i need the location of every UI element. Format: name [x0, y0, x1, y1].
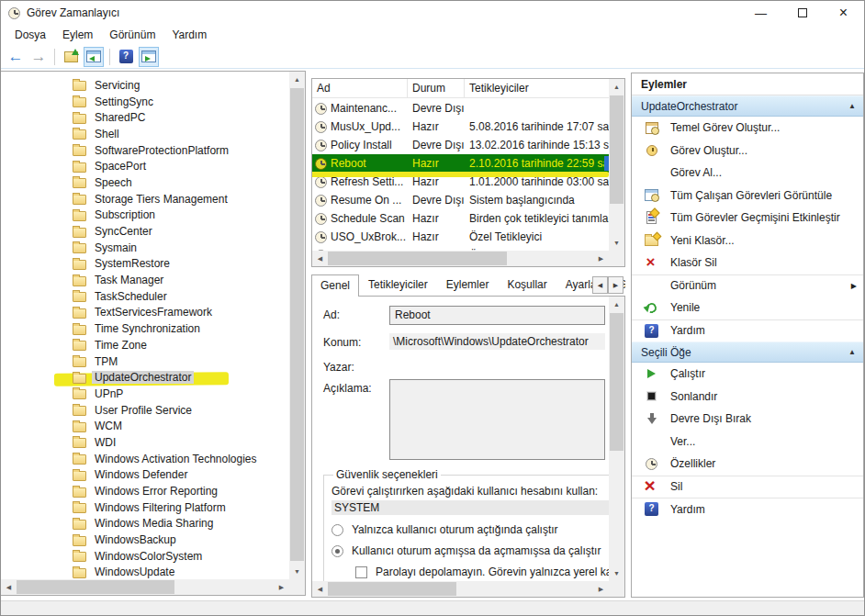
task-row[interactable]: Schedule Scan Hazır Birden çok tetikleyi…: [312, 209, 609, 228]
action-item[interactable]: Tüm Çalışan Görevleri Görüntüle: [632, 185, 863, 207]
tree-item[interactable]: WindowsUpdate: [1, 565, 288, 578]
tree-item[interactable]: SoftwareProtectionPlatform: [1, 142, 288, 159]
section-header-updateorchestrator[interactable]: UpdateOrchestrator ▲: [632, 95, 863, 117]
scroll-right-icon[interactable]: ▶: [593, 581, 609, 597]
tab-scroll-left-button[interactable]: ◀: [592, 276, 608, 294]
tree-item[interactable]: SystemRestore: [1, 256, 288, 273]
tree-item[interactable]: TextServicesFramework: [1, 305, 288, 321]
column-header-ad[interactable]: Ad: [312, 79, 408, 97]
tree-item[interactable]: UpdateOrchestrator: [1, 369, 288, 386]
tree-item[interactable]: Subscription: [1, 207, 288, 224]
column-header-tetikleyiciler[interactable]: Tetikleyiciler: [465, 79, 609, 97]
action-item[interactable]: Özellikler: [632, 453, 863, 476]
tree-item[interactable]: WDI: [1, 434, 288, 451]
tree-item[interactable]: Time Zone: [1, 337, 288, 353]
tree-item[interactable]: Windows Activation Technologies: [1, 451, 288, 467]
list-horizontal-scrollbar[interactable]: ◀ ▶: [312, 251, 609, 266]
scrollbar-thumb[interactable]: [610, 95, 623, 204]
action-item[interactable]: Ver...: [632, 431, 863, 454]
tree-item[interactable]: Speech: [1, 174, 288, 191]
tab-kosullar[interactable]: Koşullar: [498, 274, 556, 297]
scroll-left-icon[interactable]: ◀: [312, 581, 328, 597]
column-header-durum[interactable]: Durum: [408, 79, 465, 97]
tree-item[interactable]: Sysmain: [1, 240, 288, 256]
scroll-right-icon[interactable]: ▶: [274, 579, 289, 595]
description-textarea[interactable]: [389, 379, 605, 460]
tree-item[interactable]: Windows Filtering Platform: [1, 499, 288, 516]
tree-item[interactable]: Time Synchronization: [1, 320, 288, 337]
tree-item[interactable]: TaskScheduler: [1, 288, 288, 305]
up-one-level-button[interactable]: [61, 47, 81, 67]
tree-vertical-scrollbar[interactable]: ▲ ▼: [289, 72, 305, 579]
tree-item[interactable]: WindowsBackup: [1, 532, 288, 548]
action-item[interactable]: Görünüm: [632, 274, 863, 297]
list-vertical-scrollbar[interactable]: ▲ ▼: [609, 79, 624, 251]
maximize-button[interactable]: [781, 1, 823, 25]
action-item[interactable]: Görev Al...: [632, 162, 863, 185]
task-row[interactable]: Resume On ... Devre Dışı Sistem başlangı…: [312, 191, 609, 209]
scroll-left-icon[interactable]: ◀: [312, 251, 328, 266]
scroll-up-icon[interactable]: ▲: [289, 72, 305, 87]
tab-eylemler[interactable]: Eylemler: [437, 274, 499, 297]
tree-item[interactable]: SettingSync: [1, 94, 288, 110]
action-item[interactable]: Klasör Sil: [632, 252, 863, 274]
detail-vertical-scrollbar[interactable]: ▲ ▼: [609, 297, 624, 581]
task-row[interactable]: USO_UxBrok... Hazır Özel Tetikleyici: [312, 228, 609, 246]
scroll-left-icon[interactable]: ◀: [1, 579, 17, 595]
section-header-secili-oge[interactable]: Seçili Öğe ▲: [632, 342, 863, 363]
show-console-tree-button[interactable]: [84, 47, 104, 67]
tree-item[interactable]: WCM: [1, 418, 288, 434]
radio-run-logged-on[interactable]: [331, 524, 343, 536]
menu-item[interactable]: Eylem: [54, 27, 101, 43]
task-row[interactable]: Maintenanc... Devre Dışı: [312, 99, 609, 118]
scroll-down-icon[interactable]: ▼: [609, 566, 624, 581]
action-item[interactable]: Görev Oluştur...: [632, 140, 863, 162]
checkbox-do-not-store-password[interactable]: [355, 566, 367, 578]
scrollbar-thumb[interactable]: [328, 582, 456, 596]
tab-tetikleyiciler[interactable]: Tetikleyiciler: [359, 274, 437, 297]
menu-item[interactable]: Görünüm: [101, 27, 163, 43]
scroll-right-icon[interactable]: ▶: [593, 251, 609, 266]
tree-item[interactable]: User Profile Service: [1, 402, 288, 419]
tree-item[interactable]: Storage Tiers Management: [1, 191, 288, 207]
menu-item[interactable]: Yardım: [163, 27, 215, 43]
tree-item[interactable]: Servicing: [1, 77, 288, 94]
tree-item[interactable]: WindowsColorSystem: [1, 548, 288, 565]
tree-item[interactable]: UPnP: [1, 386, 288, 402]
tree-item[interactable]: Windows Defender: [1, 467, 288, 484]
action-item[interactable]: Sil: [632, 476, 863, 498]
scroll-down-icon[interactable]: ▼: [289, 564, 305, 579]
minimize-button[interactable]: —: [740, 1, 781, 25]
tree-item[interactable]: SpacePort: [1, 158, 288, 174]
scrollbar-thumb[interactable]: [290, 88, 304, 561]
close-button[interactable]: ×: [823, 1, 864, 25]
tree-item[interactable]: Windows Error Reporting: [1, 483, 288, 499]
help-button[interactable]: [116, 47, 136, 67]
menu-item[interactable]: Dosya: [6, 27, 54, 43]
tab-scroll-right-button[interactable]: ▶: [608, 276, 623, 294]
tree-item[interactable]: SyncCenter: [1, 223, 288, 240]
scrollbar-thumb[interactable]: [610, 313, 623, 451]
scrollbar-thumb[interactable]: [328, 252, 507, 265]
scroll-up-icon[interactable]: ▲: [609, 79, 624, 95]
tree-item[interactable]: Task Manager: [1, 272, 288, 288]
action-item[interactable]: Yenile: [632, 297, 863, 319]
tree-item[interactable]: Shell: [1, 126, 288, 142]
scroll-down-icon[interactable]: ▼: [609, 235, 624, 251]
tree-item[interactable]: TPM: [1, 353, 288, 370]
task-row[interactable]: MusUx_Upd... Hazır 5.08.2016 tarihinde 1…: [312, 118, 609, 136]
action-item[interactable]: Çalıştır: [632, 363, 863, 386]
task-row[interactable]: Policy Install Devre Dışı 13.02.2016 tar…: [312, 136, 609, 154]
tree-item[interactable]: SharedPC: [1, 109, 288, 126]
scroll-up-icon[interactable]: ▲: [609, 297, 624, 312]
action-item[interactable]: Sonlandır: [632, 386, 863, 409]
action-item[interactable]: Yardım: [632, 319, 863, 342]
back-button[interactable]: ←: [6, 47, 26, 67]
action-item[interactable]: Yeni Klasör...: [632, 230, 863, 252]
show-action-pane-button[interactable]: [139, 47, 159, 67]
action-item[interactable]: Tüm Görevler Geçmişini Etkinleştir: [632, 207, 863, 230]
task-row[interactable]: Reboot Hazır 2.10.2016 tarihinde 22:59 s…: [312, 154, 609, 173]
tree-item[interactable]: Windows Media Sharing: [1, 516, 288, 532]
tree-horizontal-scrollbar[interactable]: ◀ ▶: [1, 579, 289, 595]
tab-genel[interactable]: Genel: [311, 274, 359, 297]
